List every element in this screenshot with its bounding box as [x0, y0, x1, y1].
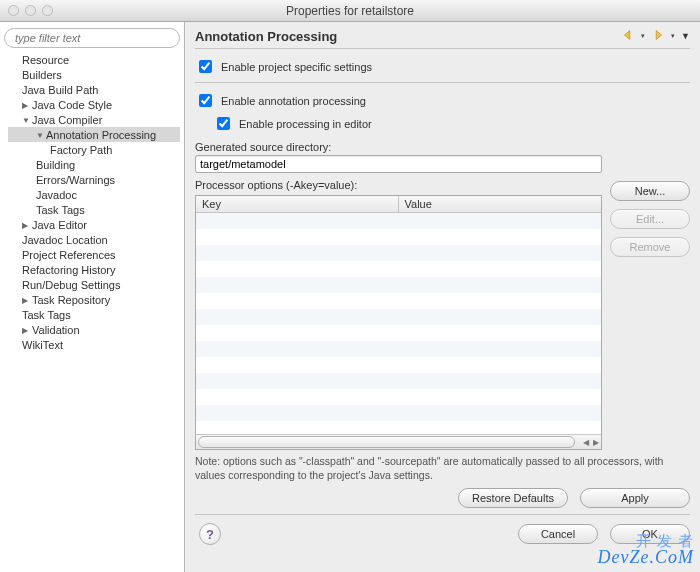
edit-button[interactable]: Edit...	[610, 209, 690, 229]
generated-source-dir-input[interactable]	[195, 155, 602, 173]
col-key[interactable]: Key	[196, 196, 399, 212]
sidebar-item-run-debug-settings[interactable]: Run/Debug Settings	[8, 277, 180, 292]
enable-processing-in-editor-label: Enable processing in editor	[239, 118, 372, 130]
horizontal-scrollbar[interactable]: ◀▶	[196, 434, 601, 449]
separator	[195, 48, 690, 49]
sidebar-item-javadoc-location[interactable]: Javadoc Location	[8, 232, 180, 247]
col-value[interactable]: Value	[399, 196, 602, 212]
sidebar-item-label: Run/Debug Settings	[22, 279, 120, 291]
help-icon[interactable]: ?	[199, 523, 221, 545]
sidebar: ResourceBuildersJava Build PathJava Code…	[0, 22, 185, 572]
table-row	[196, 261, 601, 277]
sidebar-item-label: Resource	[22, 54, 69, 66]
sidebar-item-label: Annotation Processing	[46, 129, 156, 141]
note-text: Note: options such as "-classpath" and "…	[195, 454, 690, 482]
enable-annotation-processing-label: Enable annotation processing	[221, 95, 366, 107]
watermark-en: DevZe.CoM	[598, 548, 694, 566]
scroll-right-icon[interactable]: ▶	[593, 438, 599, 447]
page-title: Annotation Processing	[195, 29, 337, 44]
sidebar-item-task-repository[interactable]: Task Repository	[8, 292, 180, 307]
forward-icon[interactable]	[651, 28, 665, 44]
table-row	[196, 325, 601, 341]
table-row	[196, 293, 601, 309]
sidebar-item-java-editor[interactable]: Java Editor	[8, 217, 180, 232]
sidebar-item-java-build-path[interactable]: Java Build Path	[8, 82, 180, 97]
remove-button[interactable]: Remove	[610, 237, 690, 257]
main-panel: Annotation Processing ▾ ▾ ▼ Enable proje…	[185, 22, 700, 572]
sidebar-item-label: Java Compiler	[32, 114, 102, 126]
cancel-button[interactable]: Cancel	[518, 524, 598, 544]
enable-annotation-processing-checkbox[interactable]	[199, 94, 212, 107]
sidebar-item-label: Factory Path	[50, 144, 112, 156]
table-row	[196, 229, 601, 245]
sidebar-item-project-references[interactable]: Project References	[8, 247, 180, 262]
sidebar-item-label: Builders	[22, 69, 62, 81]
table-row	[196, 341, 601, 357]
sidebar-item-label: Task Tags	[22, 309, 71, 321]
sidebar-item-label: Task Repository	[32, 294, 110, 306]
sidebar-item-task-tags[interactable]: Task Tags	[8, 307, 180, 322]
table-row	[196, 309, 601, 325]
sidebar-item-label: Refactoring History	[22, 264, 116, 276]
separator	[195, 82, 690, 83]
scroll-left-icon[interactable]: ◀	[583, 438, 589, 447]
nav-arrows: ▾ ▾ ▼	[621, 28, 690, 44]
table-row	[196, 245, 601, 261]
processor-options-label: Processor options (-Akey=value):	[195, 179, 602, 191]
table-body	[196, 213, 601, 434]
table-row	[196, 421, 601, 434]
back-icon[interactable]	[621, 28, 635, 44]
table-row	[196, 213, 601, 229]
watermark-cn: 开 发 者	[636, 533, 694, 548]
sidebar-item-label: Project References	[22, 249, 116, 261]
sidebar-item-task-tags[interactable]: Task Tags	[8, 202, 180, 217]
enable-project-specific-checkbox[interactable]	[199, 60, 212, 73]
window-title: Properties for retailstore	[0, 4, 700, 18]
view-menu-icon[interactable]: ▼	[681, 31, 690, 41]
table-row	[196, 277, 601, 293]
sidebar-item-label: Javadoc Location	[22, 234, 108, 246]
sidebar-item-errors-warnings[interactable]: Errors/Warnings	[8, 172, 180, 187]
sidebar-item-label: Java Build Path	[22, 84, 98, 96]
sidebar-item-label: Task Tags	[36, 204, 85, 216]
sidebar-item-building[interactable]: Building	[8, 157, 180, 172]
table-row	[196, 405, 601, 421]
processor-options-table[interactable]: Key Value	[195, 195, 602, 450]
forward-menu-icon[interactable]: ▾	[671, 32, 675, 40]
sidebar-item-label: Building	[36, 159, 75, 171]
sidebar-item-validation[interactable]: Validation	[8, 322, 180, 337]
sidebar-item-annotation-processing[interactable]: Annotation Processing	[8, 127, 180, 142]
sidebar-item-java-code-style[interactable]: Java Code Style	[8, 97, 180, 112]
table-side-buttons: New... Edit... Remove	[610, 175, 690, 450]
table-row	[196, 389, 601, 405]
generated-source-dir-label: Generated source directory:	[195, 141, 602, 153]
sidebar-item-label: Java Code Style	[32, 99, 112, 111]
enable-processing-in-editor-checkbox[interactable]	[217, 117, 230, 130]
sidebar-item-refactoring-history[interactable]: Refactoring History	[8, 262, 180, 277]
sidebar-item-factory-path[interactable]: Factory Path	[8, 142, 180, 157]
watermark: 开 发 者 DevZe.CoM	[598, 533, 694, 566]
sidebar-item-resource[interactable]: Resource	[8, 52, 180, 67]
category-tree: ResourceBuildersJava Build PathJava Code…	[4, 52, 180, 352]
sidebar-item-wikitext[interactable]: WikiText	[8, 337, 180, 352]
sidebar-item-label: Javadoc	[36, 189, 77, 201]
restore-defaults-button[interactable]: Restore Defaults	[458, 488, 568, 508]
scrollbar-thumb[interactable]	[198, 436, 575, 448]
table-row	[196, 357, 601, 373]
sidebar-item-label: Validation	[32, 324, 80, 336]
sidebar-item-javadoc[interactable]: Javadoc	[8, 187, 180, 202]
sidebar-item-label: Java Editor	[32, 219, 87, 231]
sidebar-item-java-compiler[interactable]: Java Compiler	[8, 112, 180, 127]
titlebar: Properties for retailstore	[0, 0, 700, 22]
new-button[interactable]: New...	[610, 181, 690, 201]
enable-project-specific-label: Enable project specific settings	[221, 61, 372, 73]
sidebar-item-label: Errors/Warnings	[36, 174, 115, 186]
back-menu-icon[interactable]: ▾	[641, 32, 645, 40]
table-row	[196, 373, 601, 389]
table-header: Key Value	[196, 196, 601, 213]
apply-button[interactable]: Apply	[580, 488, 690, 508]
sidebar-item-builders[interactable]: Builders	[8, 67, 180, 82]
sidebar-item-label: WikiText	[22, 339, 63, 351]
filter-input[interactable]	[4, 28, 180, 48]
